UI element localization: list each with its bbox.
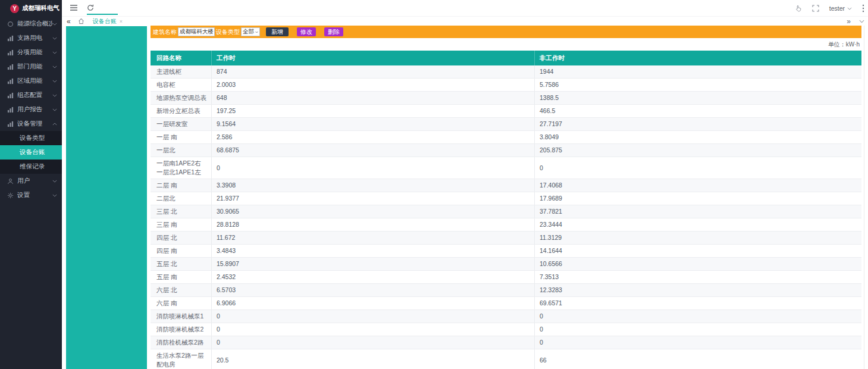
table-row[interactable]: 二层 南 3.3908 17.4068 [151, 179, 861, 192]
cell-nonwork-hours: 37.7821 [534, 205, 861, 218]
cell-nonwork-hours: 66 [534, 349, 861, 369]
chevron-down-icon [52, 80, 57, 83]
table-row[interactable]: 五层 北 15.8907 10.6566 [151, 258, 861, 271]
username: tester [829, 5, 845, 12]
cell-circuit-name: 四层 南 [151, 245, 211, 257]
building-name-label: 建筑名称 [153, 28, 177, 36]
more-menu-icon[interactable] [862, 4, 864, 12]
sidebar-subitem[interactable]: 设备类型 [0, 131, 62, 145]
close-icon[interactable]: × [120, 18, 123, 24]
chevron-down-icon [52, 194, 57, 197]
delete-button[interactable]: 删除 [324, 27, 343, 36]
table-row[interactable]: 地源热泵空调总表 648 1388.5 [151, 92, 861, 105]
sidebar-item[interactable]: 支路用电 [0, 31, 62, 45]
table-row[interactable]: 新增分立柜总表 197.25 466.5 [151, 105, 861, 118]
toolbar: 建筑名称 成都瑞科大楼 设备类型 全部 新增 修改 删除 [151, 26, 861, 38]
chart-icon [7, 121, 14, 127]
tab-label: 设备台账 [93, 17, 117, 26]
cell-work-hours: 28.8128 [211, 218, 534, 231]
building-select[interactable]: 成都瑞科大楼 [178, 27, 215, 36]
sidebar-item[interactable]: 设置 [0, 188, 62, 202]
cell-work-hours: 2.0003 [211, 79, 534, 91]
add-button[interactable]: 新增 [266, 27, 289, 36]
table-row[interactable]: 一层北 68.6875 205.875 [151, 144, 861, 157]
table-row[interactable]: 消防喷淋机械泵1 0 0 [151, 310, 861, 323]
pointer-icon[interactable] [795, 5, 802, 12]
sidebar-item[interactable]: 用户 [0, 174, 62, 188]
tab-options-chevron-icon[interactable] [859, 20, 864, 23]
user-menu[interactable]: tester [829, 5, 852, 12]
cell-circuit-name: 一层 南 [151, 131, 211, 143]
chart-icon [7, 92, 14, 99]
table-row[interactable]: 一层研发室 9.1564 27.7197 [151, 118, 861, 131]
cell-nonwork-hours: 1388.5 [534, 92, 861, 104]
sidebar-subitem[interactable]: 维保记录 [0, 160, 62, 174]
chevron-down-icon [52, 108, 57, 111]
device-type-select[interactable]: 全部 [241, 27, 260, 36]
table-row[interactable]: 六层 北 6.5703 12.3283 [151, 284, 861, 297]
table-row[interactable]: 消防喷淋机械泵2 0 0 [151, 323, 861, 336]
table-row[interactable]: 一层 南 2.586 3.8049 [151, 131, 861, 144]
table-row[interactable]: 一层南1APE2右一层北1APE1左 0 0 [151, 157, 861, 179]
sidebar-subitem-label: 设备类型 [20, 134, 45, 142]
table-row[interactable]: 生活水泵2路一层配电房 20.5 66 [151, 349, 861, 369]
table-row[interactable]: 三层 北 30.9065 37.7821 [151, 205, 861, 218]
cell-circuit-name: 消防喷淋机械泵2 [151, 323, 211, 336]
sidebar-item[interactable]: 组态配置 [0, 88, 62, 102]
sidebar-item-label: 分项用能 [17, 48, 52, 57]
cell-nonwork-hours: 3.8049 [534, 131, 861, 143]
table-row[interactable]: 电容柜 2.0003 5.7586 [151, 79, 861, 92]
cell-circuit-name: 五层 北 [151, 258, 211, 270]
cell-nonwork-hours: 0 [534, 310, 861, 323]
logo-icon: Y [10, 4, 19, 13]
cell-nonwork-hours: 27.7197 [534, 118, 861, 130]
refresh-icon[interactable] [87, 4, 94, 11]
scroll-tabs-right-icon[interactable]: » [847, 18, 851, 24]
cell-circuit-name: 电容柜 [151, 79, 211, 91]
cell-work-hours: 0 [211, 323, 534, 336]
menu-collapse-icon[interactable] [70, 4, 78, 11]
table-row[interactable]: 三层 南 28.8128 23.3444 [151, 218, 861, 232]
sidebar-item[interactable]: 设备管理 [0, 117, 62, 131]
home-icon[interactable] [78, 18, 84, 24]
scroll-tabs-left-icon[interactable]: « [67, 18, 71, 24]
table-row[interactable]: 消防栓机械泵2路 0 0 [151, 336, 861, 349]
cell-nonwork-hours: 17.4068 [534, 179, 861, 192]
sidebar-item[interactable]: 用户报告 [0, 102, 62, 117]
cell-work-hours: 68.6875 [211, 144, 534, 157]
cell-circuit-name: 消防喷淋机械泵1 [151, 310, 211, 323]
cell-nonwork-hours: 7.3513 [534, 271, 861, 283]
sidebar-item[interactable]: 区域用能 [0, 74, 62, 88]
cell-work-hours: 874 [211, 65, 534, 78]
cell-circuit-name: 一层北 [151, 144, 211, 157]
chevron-down-icon [52, 37, 57, 40]
chart-icon [7, 35, 14, 42]
chevron-down-icon [52, 94, 57, 97]
sidebar-item[interactable]: 分项用能 [0, 45, 62, 60]
main-content: 建筑名称 成都瑞科大楼 设备类型 全部 新增 修改 删除 单位：kW·h 回路名… [151, 26, 861, 369]
cell-circuit-name: 一层南1APE2右一层北1APE1左 [151, 157, 211, 179]
cell-work-hours: 197.25 [211, 105, 534, 117]
cell-nonwork-hours: 5.7586 [534, 79, 861, 91]
fullscreen-icon[interactable] [812, 5, 819, 12]
sidebar-item[interactable]: 能源综合概况 [0, 17, 62, 31]
cell-circuit-name: 二层 南 [151, 179, 211, 192]
user-icon [7, 178, 14, 185]
sidebar-item[interactable]: 部门用能 [0, 60, 62, 74]
sidebar-subitem[interactable]: 设备台账 [0, 145, 62, 160]
table-row[interactable]: 主进线柜 874 1944 [151, 65, 861, 79]
tab-device-ledger[interactable]: 设备台账 × [93, 17, 123, 26]
side-panel [66, 26, 147, 369]
app-title: 成都瑞科电气 [22, 4, 59, 12]
top-navbar: tester [62, 0, 868, 17]
column-circuit-name: 回路名称 [151, 51, 211, 65]
table-row[interactable]: 四层 北 11.672 11.3129 [151, 232, 861, 245]
table-row[interactable]: 二层北 21.9377 17.9689 [151, 192, 861, 205]
sidebar-item-label: 用户报告 [17, 105, 52, 114]
device-type-label: 设备类型 [216, 28, 240, 36]
table-row[interactable]: 四层 南 3.4843 14.1644 [151, 245, 861, 258]
cell-circuit-name: 生活水泵2路一层配电房 [151, 349, 211, 369]
table-row[interactable]: 五层 南 2.4532 7.3513 [151, 271, 861, 284]
table-row[interactable]: 六层 南 6.9066 69.6571 [151, 297, 861, 310]
edit-button[interactable]: 修改 [297, 27, 316, 36]
